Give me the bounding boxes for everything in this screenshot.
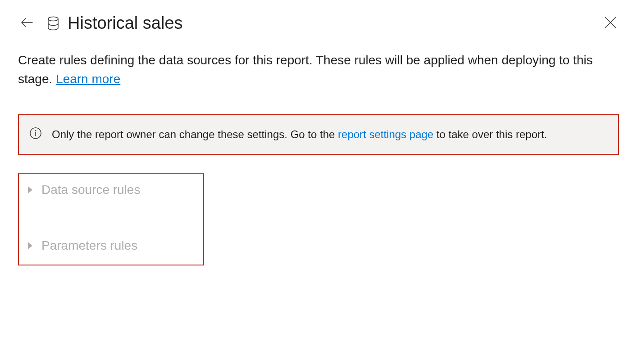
chevron-right-icon [27, 186, 33, 194]
learn-more-link[interactable]: Learn more [56, 72, 120, 86]
info-prefix: Only the report owner can change these s… [52, 128, 338, 140]
info-icon [29, 127, 42, 141]
database-icon [47, 16, 59, 31]
svg-point-0 [48, 17, 58, 21]
data-source-rules-label: Data source rules [41, 183, 140, 197]
parameters-rules-expander[interactable]: Parameters rules [27, 238, 195, 253]
info-banner-highlight: Only the report owner can change these s… [18, 114, 619, 155]
svg-point-2 [35, 130, 36, 131]
panel-header: Historical sales [18, 13, 619, 33]
info-banner-text: Only the report owner can change these s… [52, 126, 547, 143]
parameters-rules-label: Parameters rules [41, 238, 137, 253]
page-title: Historical sales [68, 13, 183, 33]
report-settings-link[interactable]: report settings page [338, 128, 433, 140]
panel-description: Create rules defining the data sources f… [18, 51, 619, 89]
close-icon [604, 16, 617, 31]
chevron-right-icon [27, 242, 33, 250]
back-button[interactable] [18, 13, 36, 33]
info-suffix: to take over this report. [437, 128, 547, 140]
arrow-left-icon [20, 15, 34, 31]
info-banner: Only the report owner can change these s… [19, 115, 618, 153]
title-wrap: Historical sales [47, 13, 591, 33]
data-source-rules-expander[interactable]: Data source rules [27, 183, 195, 197]
rules-sections-highlight: Data source rules Parameters rules [18, 173, 204, 265]
close-button[interactable] [602, 14, 619, 32]
